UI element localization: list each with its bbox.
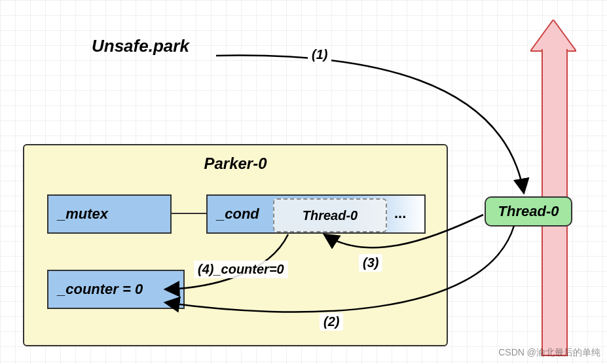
thread-node-0: Thread-0 <box>485 196 572 227</box>
cond-label: _cond <box>217 206 259 223</box>
mutex-cond-connector <box>172 213 208 214</box>
step-label-2: (2) <box>320 313 343 331</box>
cond-thread-slot: Thread-0 <box>273 198 387 232</box>
parker-box: Parker-0 _mutex _cond Thread-0 ... _coun… <box>23 144 448 346</box>
counter-label: _counter = 0 <box>58 281 143 298</box>
parker-title: Parker-0 <box>204 155 267 173</box>
mutex-label: _mutex <box>58 206 108 223</box>
step-label-1: (1) <box>308 46 331 64</box>
diagram-title: Unsafe.park <box>92 36 189 56</box>
timeline-arrow <box>530 20 576 355</box>
svg-marker-0 <box>530 20 576 51</box>
step-label-4: (4)_counter=0 <box>194 261 288 278</box>
field-counter: _counter = 0 <box>47 270 185 309</box>
cond-thread-label: Thread-0 <box>303 208 358 223</box>
thread-node-label: Thread-0 <box>498 203 559 220</box>
field-cond: _cond Thread-0 ... <box>206 194 426 234</box>
cond-ellipsis: ... <box>394 205 406 222</box>
field-mutex: _mutex <box>47 194 172 234</box>
step-label-3: (3) <box>359 254 382 272</box>
watermark: CSDN @渝北最后的单纯 <box>498 347 600 359</box>
